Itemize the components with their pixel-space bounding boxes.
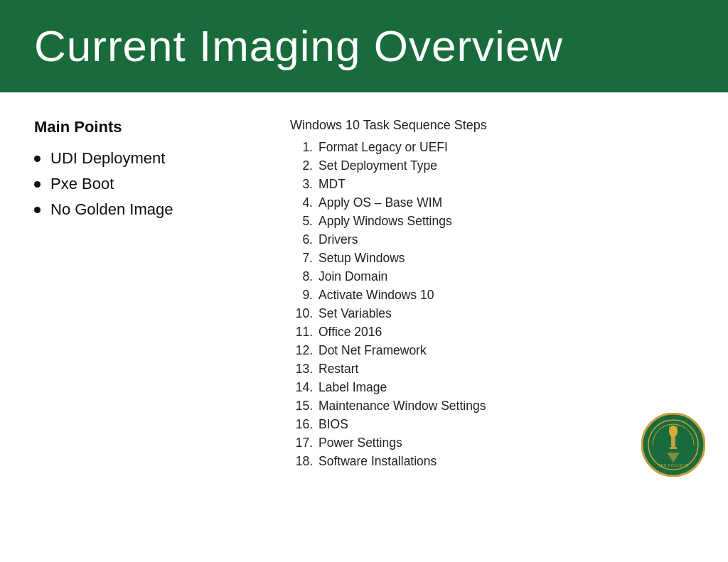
step-text: Drivers	[318, 232, 358, 247]
step-number: 3.	[290, 177, 313, 192]
step-number: 17.	[290, 436, 313, 450]
bullet-list: UDI Deployment Pxe Boot No Golden Image	[34, 149, 262, 219]
list-item: 9.Activate Windows 10	[290, 288, 694, 303]
svg-rect-4	[670, 447, 677, 449]
steps-heading: Windows 10 Task Sequence Steps	[290, 118, 694, 133]
step-number: 6.	[290, 232, 313, 247]
list-item: 15.Maintenance Window Settings	[290, 399, 694, 414]
list-item: 4.Apply OS – Base WIM	[290, 195, 694, 210]
step-text: Restart	[318, 362, 358, 377]
bullet-text: No Golden Image	[50, 200, 173, 219]
left-panel: Main Points UDI Deployment Pxe Boot No G…	[34, 118, 262, 472]
step-text: Office 2016	[318, 325, 382, 340]
step-number: 5.	[290, 214, 313, 229]
logo-svg: 1835 THE COLLEGE	[641, 413, 705, 477]
bullet-text: Pxe Boot	[50, 175, 114, 193]
list-item: 12.Dot Net Framework	[290, 343, 694, 358]
step-number: 7.	[290, 251, 313, 266]
list-item: 16.BIOS	[290, 417, 694, 432]
main-points-heading: Main Points	[34, 118, 262, 136]
step-text: BIOS	[318, 417, 348, 432]
list-item: 7.Setup Windows	[290, 251, 694, 266]
list-item: 2.Set Deployment Type	[290, 158, 694, 173]
step-number: 8.	[290, 269, 313, 284]
step-number: 2.	[290, 158, 313, 173]
step-number: 9.	[290, 288, 313, 303]
list-item: 14.Label Image	[290, 380, 694, 395]
content-area: Main Points UDI Deployment Pxe Boot No G…	[0, 92, 728, 490]
step-number: 15.	[290, 399, 313, 414]
step-text: Software Installations	[318, 454, 437, 469]
step-text: Set Variables	[318, 306, 392, 321]
bullet-dot	[34, 181, 41, 188]
steps-list: 1.Format Legacy or UEFI 2.Set Deployment…	[290, 140, 694, 469]
institution-logo: 1835 THE COLLEGE	[641, 413, 705, 477]
step-text: Activate Windows 10	[318, 288, 434, 303]
list-item: 11.Office 2016	[290, 325, 694, 340]
list-item: UDI Deployment	[34, 149, 262, 168]
step-number: 18.	[290, 454, 313, 469]
step-number: 10.	[290, 306, 313, 321]
list-item: 13.Restart	[290, 362, 694, 377]
step-text: Join Domain	[318, 269, 387, 284]
list-item: 18.Software Installations	[290, 454, 694, 469]
step-number: 12.	[290, 343, 313, 358]
step-number: 1.	[290, 140, 313, 155]
step-number: 11.	[290, 325, 313, 340]
step-number: 4.	[290, 195, 313, 210]
step-text: Power Settings	[318, 436, 402, 450]
page-header: Current Imaging Overview	[0, 0, 728, 92]
right-panel: Windows 10 Task Sequence Steps 1.Format …	[290, 118, 694, 472]
list-item: 3.MDT	[290, 177, 694, 192]
step-number: 13.	[290, 362, 313, 377]
list-item: 17.Power Settings	[290, 436, 694, 450]
step-text: MDT	[318, 177, 346, 192]
list-item: 8.Join Domain	[290, 269, 694, 284]
step-text: Dot Net Framework	[318, 343, 427, 358]
list-item: No Golden Image	[34, 200, 262, 219]
svg-text:THE COLLEGE: THE COLLEGE	[658, 463, 689, 468]
bullet-dot	[34, 156, 41, 162]
bullet-dot	[34, 207, 41, 213]
bullet-text: UDI Deployment	[50, 149, 165, 168]
step-number: 14.	[290, 380, 313, 395]
list-item: 1.Format Legacy or UEFI	[290, 140, 694, 155]
svg-text:1835: 1835	[668, 424, 679, 430]
step-text: Maintenance Window Settings	[318, 399, 486, 414]
list-item: 6.Drivers	[290, 232, 694, 247]
step-number: 16.	[290, 417, 313, 432]
step-text: Setup Windows	[318, 251, 405, 266]
list-item: 10.Set Variables	[290, 306, 694, 321]
page-title: Current Imaging Overview	[34, 22, 563, 70]
step-text: Label Image	[318, 380, 387, 395]
step-text: Apply Windows Settings	[318, 214, 452, 229]
step-text: Apply OS – Base WIM	[318, 195, 442, 210]
list-item: Pxe Boot	[34, 175, 262, 193]
step-text: Set Deployment Type	[318, 158, 437, 173]
step-text: Format Legacy or UEFI	[318, 140, 448, 155]
list-item: 5.Apply Windows Settings	[290, 214, 694, 229]
